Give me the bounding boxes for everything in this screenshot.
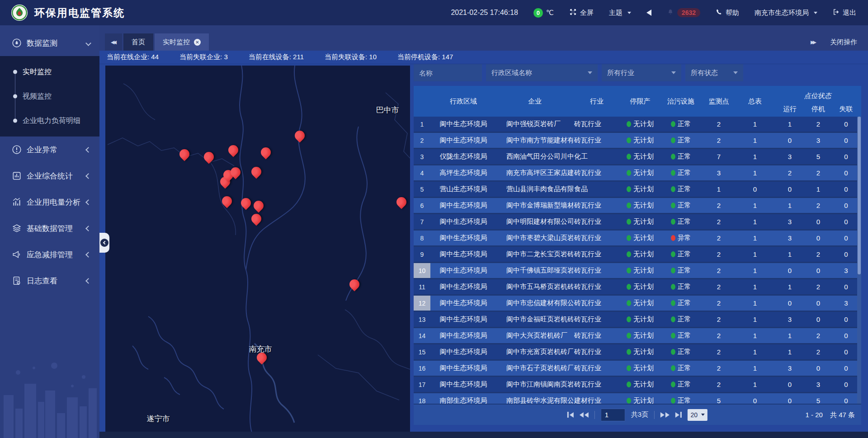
cell-company: 阆中市枣碧大梁山页岩 [496, 231, 573, 245]
cell-total-meters: 1 [736, 165, 774, 180]
cell-index: 6 [414, 198, 430, 213]
cell-facility-status: 正常 [660, 247, 702, 262]
name-search-input[interactable] [414, 64, 482, 81]
tab-scroll-right-button[interactable]: ▶▶ [811, 39, 816, 45]
tab-realtime-monitor[interactable]: 实时监控 ✕ [155, 33, 209, 51]
next-page-button[interactable] [660, 412, 670, 418]
table-row[interactable]: 13 阆中生态环境局 阆中市金福旺页岩机砖 砖瓦行业 无计划 正常 2 1 3 … [414, 312, 861, 328]
cell-total-meters: 1 [736, 344, 774, 359]
stat-item: 当前停机设备: 147 [397, 53, 453, 61]
sidebar-item-gauge[interactable]: 数据监测 [0, 30, 99, 56]
table-row[interactable]: 14 阆中生态环境局 阆中大兴页岩机砖厂 砖瓦行业 无计划 正常 2 1 1 2… [414, 328, 861, 344]
cell-offline: 0 [831, 247, 861, 262]
cell-region: 阆中生态环境局 [430, 344, 496, 359]
region-select[interactable]: 行政区域名称 [486, 64, 598, 81]
org-dropdown[interactable]: 南充市生态环境局 [755, 9, 817, 17]
cell-total-meters: 1 [736, 279, 774, 294]
table-row[interactable]: 11 阆中生态环境局 阆中市五马桥页岩机砖 砖瓦行业 无计划 正常 2 1 1 … [414, 279, 861, 296]
table-row[interactable]: 17 阆中生态环境局 阆中市江南镇阆南页岩 砖瓦行业 无计划 正常 2 1 0 … [414, 377, 861, 393]
table-row[interactable]: 9 阆中生态环境局 阆中市二龙长宝页岩砖 砖瓦行业 无计划 正常 2 1 1 2… [414, 247, 861, 263]
col-header-industry: 行业 [573, 86, 620, 117]
sidebar-item-horn[interactable]: 应急减排管理 [0, 241, 99, 268]
scrollbar-thumb[interactable] [858, 117, 861, 274]
tab-scroll-left-button[interactable]: ◀◀ [105, 33, 122, 51]
cell-offline: 0 [831, 328, 861, 343]
logout-icon [833, 9, 840, 17]
logout-button[interactable]: 退出 [833, 9, 856, 17]
table-row[interactable]: 18 南部生态环境局 南部县砖华水泥有限公 建材行业 无计划 正常 5 0 0 … [414, 393, 861, 404]
cell-running: 3 [774, 214, 806, 229]
mute-speaker-button[interactable] [646, 9, 651, 16]
cell-company: 阆中市石子页岩机砖厂 [496, 361, 573, 376]
table-row[interactable]: 4 高坪生态环境局 南充市高坪区王家店建 砖瓦行业 无计划 正常 3 1 2 2… [414, 165, 861, 182]
table-row[interactable]: 10 阆中生态环境局 阆中千佛镇五郎垭页岩 砖瓦行业 无计划 正常 2 1 0 … [414, 263, 861, 279]
cell-industry: 砖瓦行业 [573, 344, 620, 359]
table-row[interactable]: 6 阆中生态环境局 阆中市金博瑞新型墙材 砖瓦行业 无计划 正常 2 1 1 2… [414, 198, 861, 214]
notifications[interactable]: 2632 [667, 8, 700, 17]
sidebar-subitem[interactable]: 实时监控 [0, 60, 99, 84]
page-number-input[interactable] [601, 409, 625, 421]
cell-industry: 砖瓦行业 [573, 117, 620, 132]
sidebar-item-log[interactable]: 日志查看 [0, 268, 99, 294]
cell-monitor-points: 1 [702, 182, 736, 197]
sidebar-item-icon [12, 276, 22, 286]
cell-facility-status: 正常 [660, 133, 702, 148]
cell-monitor-points: 2 [702, 328, 736, 343]
status-dot [671, 349, 675, 355]
close-operations-button[interactable]: 关闭操作 [830, 38, 857, 47]
sidebar-item-alert[interactable]: 企业异常 [0, 137, 99, 163]
sidebar-item-stats[interactable]: 企业综合统计 [0, 163, 99, 189]
page-title: 环保用电监管系统 [34, 6, 125, 20]
cell-total-meters: 1 [736, 149, 774, 164]
table-row[interactable]: 1 阆中生态环境局 阆中强锐页岩砖厂 砖瓦行业 无计划 正常 2 1 1 2 0 [414, 117, 861, 133]
help-button[interactable]: 帮助 [716, 9, 739, 17]
status-select[interactable]: 所有状态 [685, 64, 743, 81]
page-size-select[interactable]: 20 [688, 409, 708, 421]
table-row[interactable]: 12 阆中生态环境局 阆中市忠信建材有限公 砖瓦行业 无计划 正常 2 1 0 … [414, 296, 861, 312]
status-dot [671, 381, 675, 387]
table-row[interactable]: 8 阆中生态环境局 阆中市枣碧大梁山页岩 砖瓦行业 无计划 异常 2 1 3 0… [414, 231, 861, 247]
cell-limit-status: 无计划 [620, 328, 660, 343]
chevron-icon [85, 147, 91, 153]
last-page-button[interactable] [675, 412, 682, 418]
phone-icon [716, 9, 722, 17]
chevron-left-icon [103, 241, 107, 245]
table-row[interactable]: 15 阆中生态环境局 阆中市光富页岩机砖厂 砖瓦行业 无计划 正常 2 1 1 … [414, 344, 861, 361]
sidebar-collapse-handle[interactable] [99, 233, 109, 253]
cell-industry: 食品 [573, 182, 620, 197]
chevron-icon [85, 278, 91, 284]
table-row[interactable]: 7 阆中生态环境局 阆中明阳建材有限公司 砖瓦行业 无计划 正常 2 1 3 0… [414, 214, 861, 231]
sidebar-item-chart[interactable]: 企业用电量分析 [0, 189, 99, 215]
fullscreen-button[interactable]: 全屏 [569, 8, 594, 17]
cell-index: 17 [414, 377, 430, 392]
table-row[interactable]: 16 阆中生态环境局 阆中市石子页岩机砖厂 砖瓦行业 无计划 正常 2 1 3 … [414, 361, 861, 377]
tab-close-icon[interactable]: ✕ [194, 39, 201, 46]
col-header-limit: 停限产 [620, 86, 660, 117]
cell-running: 1 [774, 247, 806, 262]
cell-limit-status: 无计划 [620, 182, 660, 197]
sidebar-subitem[interactable]: 视频监控 [0, 84, 99, 108]
tab-home[interactable]: 首页 [123, 33, 153, 51]
map-view[interactable]: 巴中市南充市遂宁市 [105, 66, 410, 432]
theme-dropdown[interactable]: 主题 [609, 9, 631, 17]
table-row[interactable]: 3 仪陇生态环境局 西南油气田分公司川中 化工 无计划 正常 7 1 3 5 0 [414, 149, 861, 165]
cell-index: 4 [414, 165, 430, 180]
prev-page-button[interactable] [580, 412, 589, 418]
sidebar-item-layers[interactable]: 基础数据管理 [0, 215, 99, 241]
cell-monitor-points: 3 [702, 165, 736, 180]
cell-facility-status: 异常 [660, 231, 702, 245]
table-row[interactable]: 5 营山生态环境局 营山县润丰肉食品有限 食品 无计划 正常 1 0 0 1 0 [414, 182, 861, 198]
cell-monitor-points: 2 [702, 296, 736, 311]
cell-index: 14 [414, 328, 430, 343]
cell-company: 阆中市忠信建材有限公 [496, 296, 573, 311]
cell-facility-status: 正常 [660, 361, 702, 376]
cell-limit-status: 无计划 [620, 149, 660, 164]
industry-select[interactable]: 所有行业 [602, 64, 681, 81]
cell-company: 南部县砖华水泥有限公 [496, 393, 573, 404]
collapse-circle [100, 239, 108, 247]
first-page-button[interactable] [567, 412, 574, 418]
sidebar-subitem[interactable]: 企业电力负荷明细 [0, 108, 99, 133]
table-row[interactable]: 2 阆中生态环境局 阆中市南方节能建材有 砖瓦行业 无计划 正常 2 1 0 3… [414, 133, 861, 149]
table-scrollbar[interactable] [857, 117, 861, 404]
cell-region: 阆中生态环境局 [430, 214, 496, 229]
